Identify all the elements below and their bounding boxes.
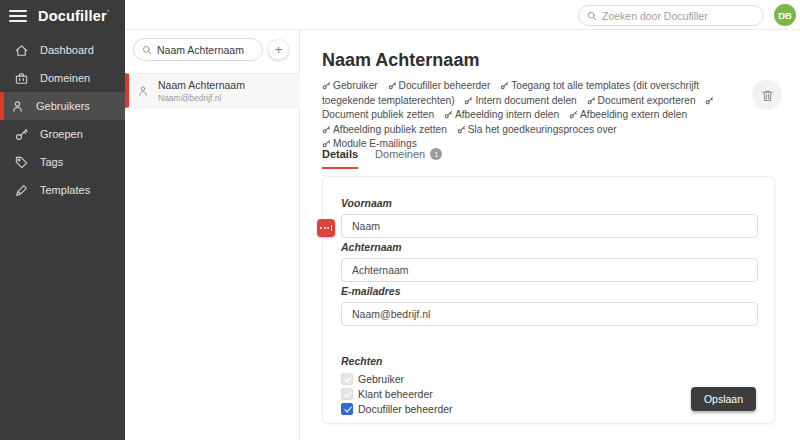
rechten-section: Rechten Gebruiker Klant beheerder Docufi…	[341, 355, 453, 418]
global-search-input[interactable]	[602, 10, 755, 22]
sidebar-item-dashboard[interactable]: Dashboard	[0, 36, 125, 64]
sidebar-item-label: Groepen	[40, 128, 83, 140]
sidebar-item-groepen[interactable]: Groepen	[0, 120, 125, 148]
page-title: Naam Achternaam	[322, 50, 479, 71]
sidebar-item-gebruikers[interactable]: Gebruikers	[0, 92, 125, 120]
key-icon	[500, 81, 509, 90]
key-icon	[14, 127, 29, 142]
gebruiker-checkbox-label: Gebruiker	[358, 373, 404, 385]
right-gebruiker: Gebruiker	[341, 373, 453, 385]
field-voornaam: Voornaam	[341, 197, 758, 238]
pen-icon	[14, 183, 29, 198]
permission-tag: Document exporteren	[587, 95, 696, 106]
field-achternaam: Achternaam	[341, 241, 758, 282]
sidebar-item-label: Templates	[40, 184, 90, 196]
main-content: Naam Achternaam Gebruiker Docufiller beh…	[300, 30, 800, 440]
docufiller-beheerder-checkbox-label: Docufiller beheerder	[358, 403, 453, 415]
key-icon	[705, 96, 714, 105]
users-list-panel: + Naam Achternaam Naam@bedrijf.nl	[125, 30, 300, 440]
permission-tag: Afbeelding extern delen	[569, 109, 687, 120]
user-list-item[interactable]: Naam Achternaam Naam@bedrijf.nl	[125, 73, 300, 108]
tab-domeinen[interactable]: Domeinen 1	[375, 148, 442, 169]
user-filter-search	[133, 38, 263, 61]
docufiller-app: Docufiller’ Dashboard Domeinen Gebruiker…	[0, 0, 800, 440]
search-icon	[142, 45, 152, 55]
add-user-button[interactable]: +	[268, 39, 289, 60]
global-search	[578, 5, 764, 26]
right-klant-beheerder: Klant beheerder	[341, 388, 453, 400]
permission-tags: Gebruiker Docufiller beheerder Toegang t…	[322, 79, 726, 152]
key-icon	[587, 96, 596, 105]
user-item-email: Naam@bedrijf.nl	[158, 93, 245, 103]
sidebar-item-domeinen[interactable]: Domeinen	[0, 64, 125, 92]
permission-tag: Sla het goedkeuringsproces over	[457, 124, 617, 135]
sidebar-item-label: Tags	[40, 156, 63, 168]
tab-details[interactable]: Details	[322, 148, 358, 169]
field-emailadres: E-mailadres	[341, 285, 758, 326]
klant-beheerder-checkbox-label: Klant beheerder	[358, 388, 433, 400]
sidebar-item-label: Dashboard	[40, 44, 94, 56]
user-detail-card: Voornaam Achternaam E-mailadres Rechten …	[322, 176, 775, 424]
key-icon	[322, 125, 331, 134]
browser-extension-icon	[317, 219, 335, 237]
permission-tag: Gebruiker	[322, 80, 378, 91]
app-logo: Docufiller’	[38, 8, 109, 24]
sidebar-item-label: Gebruikers	[36, 100, 90, 112]
sidebar-item-tags[interactable]: Tags	[0, 148, 125, 176]
right-docufiller-beheerder: Docufiller beheerder	[341, 403, 453, 415]
klant-beheerder-checkbox	[341, 388, 353, 400]
user-item-title: Naam Achternaam	[158, 79, 245, 91]
domeinen-count-badge: 1	[430, 148, 442, 160]
achternaam-input[interactable]	[341, 258, 758, 282]
key-icon	[457, 125, 466, 134]
home-icon	[14, 43, 29, 58]
briefcase-icon	[14, 71, 29, 86]
key-icon	[322, 139, 331, 148]
gebruiker-checkbox	[341, 373, 353, 385]
brand-bar: Docufiller’	[0, 0, 125, 32]
key-icon	[464, 96, 473, 105]
docufiller-beheerder-checkbox[interactable]	[341, 403, 353, 415]
rechten-label: Rechten	[341, 355, 453, 367]
sidebar-item-templates[interactable]: Templates	[0, 176, 125, 204]
user-icon	[137, 85, 149, 97]
sidebar-nav: Dashboard Domeinen Gebruikers Groepen	[0, 36, 125, 204]
permission-tag: Afbeelding publiek zetten	[322, 124, 447, 135]
logo-mark: ’	[107, 8, 109, 17]
user-icon	[10, 99, 25, 114]
key-icon	[388, 81, 397, 90]
key-icon	[569, 110, 578, 119]
permission-tag: Intern document delen	[464, 95, 576, 106]
key-icon	[322, 81, 331, 90]
trash-icon	[761, 89, 774, 102]
hamburger-menu-icon[interactable]	[9, 10, 27, 22]
user-filter-input[interactable]	[157, 44, 254, 56]
emailadres-input[interactable]	[341, 302, 758, 326]
voornaam-input[interactable]	[341, 214, 758, 238]
delete-user-button[interactable]	[752, 80, 782, 110]
voornaam-label: Voornaam	[341, 197, 758, 209]
detail-tabs: Details Domeinen 1	[322, 148, 442, 169]
sidebar: Docufiller’ Dashboard Domeinen Gebruiker…	[0, 0, 125, 440]
permission-tag: Afbeelding intern delen	[444, 109, 559, 120]
save-button[interactable]: Opslaan	[691, 387, 756, 411]
key-icon	[444, 110, 453, 119]
topbar: DB	[125, 0, 800, 30]
avatar[interactable]: DB	[774, 4, 796, 26]
emailadres-label: E-mailadres	[341, 285, 758, 297]
sidebar-item-label: Domeinen	[40, 72, 90, 84]
permission-tag: Docufiller beheerder	[388, 80, 491, 91]
search-icon	[587, 11, 597, 21]
achternaam-label: Achternaam	[341, 241, 758, 253]
tag-icon	[14, 155, 29, 170]
